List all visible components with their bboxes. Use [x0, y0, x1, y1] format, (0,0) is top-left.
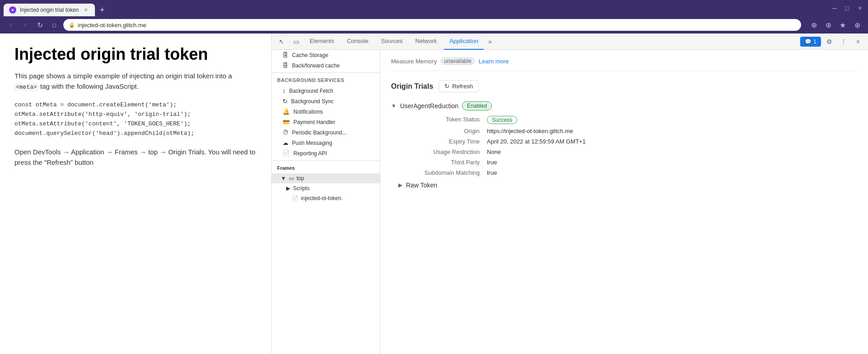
database-icon: 🗄 [283, 52, 288, 58]
divider-2 [272, 160, 380, 161]
sidebar-item-bg-fetch[interactable]: ↕ Background Fetch [272, 86, 380, 96]
back-button[interactable]: ‹ [5, 19, 16, 30]
sidebar-item-cache-storage[interactable]: 🗄 Cache Storage [272, 50, 380, 60]
code-line-1: const otMeta = document.createElement('m… [14, 100, 257, 110]
enabled-badge: Enabled [462, 101, 492, 110]
database-icon-2: 🗄 [283, 62, 288, 69]
close-devtools-button[interactable]: × [852, 35, 864, 48]
trial-details-grid: Token Status Success Origin https://inje… [398, 116, 857, 176]
bell-icon: 🔔 [283, 108, 290, 115]
token-status-label: Token Status [398, 116, 480, 124]
forward-button[interactable]: › [20, 19, 31, 30]
file-icon: 📄 [292, 195, 298, 201]
expiry-value: April 20, 2022 at 12:59:59 AM GMT+1 [487, 138, 857, 145]
tab-strip: ● Injected origin trial token × + [4, 0, 826, 16]
more-tabs-button[interactable]: » [486, 33, 495, 50]
frame-scripts-item[interactable]: ▶ Scripts [272, 183, 380, 193]
bg-services-header: Background Services [272, 75, 380, 86]
refresh-button[interactable]: ↻ Refresh [439, 80, 479, 92]
sidebar-label-bg-sync: Background Sync [291, 98, 334, 105]
url-text: injected-ot-token.glitch.me [78, 22, 146, 29]
tab-console[interactable]: Console [341, 33, 374, 50]
report-icon: 📄 [283, 150, 290, 157]
raw-token-expand-icon: ▶ [398, 182, 402, 188]
origin-trials-header: Origin Trials ↻ Refresh [391, 80, 857, 92]
sidebar-label-cache-storage: Cache Storage [292, 52, 328, 58]
device-emulation-button[interactable]: ▭ [290, 35, 302, 48]
share-button[interactable]: ⊕ [823, 19, 834, 30]
success-badge: Success [487, 116, 517, 124]
description-text-2: tag with the following JavaScript. [40, 82, 139, 90]
sidebar-item-periodic-bg[interactable]: ⏱ Periodic Background... [272, 127, 380, 138]
frame-file-item[interactable]: 📄 injected-ot-token. [272, 193, 380, 203]
webpage-content: Injected origin trial token This page sh… [0, 33, 271, 354]
main-panel: Measure Memory unavailable Learn more Or… [380, 50, 868, 354]
trial-name: UserAgentReduction [400, 102, 458, 110]
tab-close-btn[interactable]: × [82, 6, 90, 14]
sidebar-label-notifications: Notifications [293, 109, 323, 115]
raw-token-row[interactable]: ▶ Raw Token [398, 182, 857, 189]
usage-restriction-value: None [487, 148, 857, 155]
subdomain-value: true [487, 169, 857, 176]
page-title: Injected origin trial token [14, 44, 257, 64]
trial-toggle[interactable]: ▼ [391, 103, 396, 109]
frame-collapse-icon: ▼ [281, 175, 286, 182]
sidebar-item-bg-sync[interactable]: ↻ Background Sync [272, 96, 380, 106]
third-party-label: Third Party [398, 159, 480, 166]
cursor-tool-button[interactable]: ↖ [275, 35, 288, 48]
url-bar[interactable]: 🔒 injected-ot-token.glitch.me [63, 19, 801, 31]
browser-actions: ⊕ ⊕ ★ ⊕ [808, 19, 863, 30]
more-options-button[interactable]: ⋮ [837, 35, 850, 48]
sidebar-label-payment: Payment Handler [293, 119, 335, 125]
sidebar-label-bfcache: Back/forward cache [292, 62, 340, 69]
unavailable-badge: unavailable [440, 57, 475, 65]
sidebar-item-bfcache[interactable]: 🗄 Back/forward cache [272, 60, 380, 71]
sidebar-item-notifications[interactable]: 🔔 Notifications [272, 106, 380, 117]
new-tab-button[interactable]: + [96, 4, 108, 16]
frame-top-item[interactable]: ▼ ▭ top [272, 173, 380, 183]
subdomain-label: Subdomain Matching [398, 169, 480, 176]
learn-more-link[interactable]: Learn more [479, 58, 509, 65]
arrows-icon: ↕ [283, 87, 286, 94]
frames-section: Frames ▼ ▭ top ▶ Scripts 📄 injected- [272, 163, 380, 203]
sidebar-item-payment-handler[interactable]: 💳 Payment Handler [272, 117, 380, 127]
maximize-button[interactable]: □ [843, 4, 852, 13]
lock-icon: 🔒 [69, 22, 75, 28]
tab-network[interactable]: Network [410, 33, 443, 50]
close-window-button[interactable]: × [855, 4, 864, 13]
extension-button[interactable]: ⊕ [852, 19, 863, 30]
sidebar-label-bg-fetch: Background Fetch [289, 88, 333, 94]
zoom-button[interactable]: ⊕ [808, 19, 819, 30]
settings-button[interactable]: ⚙ [823, 35, 835, 48]
file-label: injected-ot-token. [301, 195, 343, 201]
browser-window: ● Injected origin trial token × + ─ □ × … [0, 0, 868, 354]
page-note: Open DevTools → Application → Frames → t… [14, 147, 257, 167]
description-text-1: This page shows a simple example of inje… [14, 72, 232, 80]
refresh-label: Refresh [452, 83, 473, 90]
third-party-value: true [487, 159, 857, 166]
sidebar-label-reporting: Reporting API [293, 150, 327, 157]
refresh-icon: ↻ [444, 83, 449, 90]
origin-value: https://injected-ot-token.glitch.me [487, 128, 857, 134]
tab-sources[interactable]: Sources [376, 33, 408, 50]
home-button[interactable]: ⌂ [49, 19, 60, 30]
refresh-nav-button[interactable]: ↻ [34, 19, 45, 30]
sidebar-item-push[interactable]: ☁ Push Messaging [272, 138, 380, 148]
main-area: Injected origin trial token This page sh… [0, 33, 868, 354]
code-line-2: otMeta.setAttribute('http-equiv', 'origi… [14, 110, 257, 120]
frame-icon: ▭ [289, 175, 294, 182]
minimize-button[interactable]: ─ [830, 4, 839, 13]
origin-label: Origin [398, 128, 480, 134]
chat-button[interactable]: 💬 1 [800, 37, 821, 47]
chat-icon: 💬 [805, 38, 811, 45]
devtools-toolbar: ↖ ▭ Elements Console Sources Network App… [272, 33, 868, 50]
browser-tab[interactable]: ● Injected origin trial token × [4, 4, 95, 16]
page-description: This page shows a simple example of inje… [14, 71, 257, 91]
tab-elements[interactable]: Elements [304, 33, 340, 50]
sidebar-item-reporting[interactable]: 📄 Reporting API [272, 148, 380, 158]
address-bar: ‹ › ↻ ⌂ 🔒 injected-ot-token.glitch.me ⊕ … [0, 16, 868, 33]
tab-application[interactable]: Application [444, 33, 484, 50]
expiry-label: Expiry Time [398, 138, 480, 145]
bookmark-button[interactable]: ★ [837, 19, 848, 30]
code-inline: <meta> [14, 83, 38, 91]
